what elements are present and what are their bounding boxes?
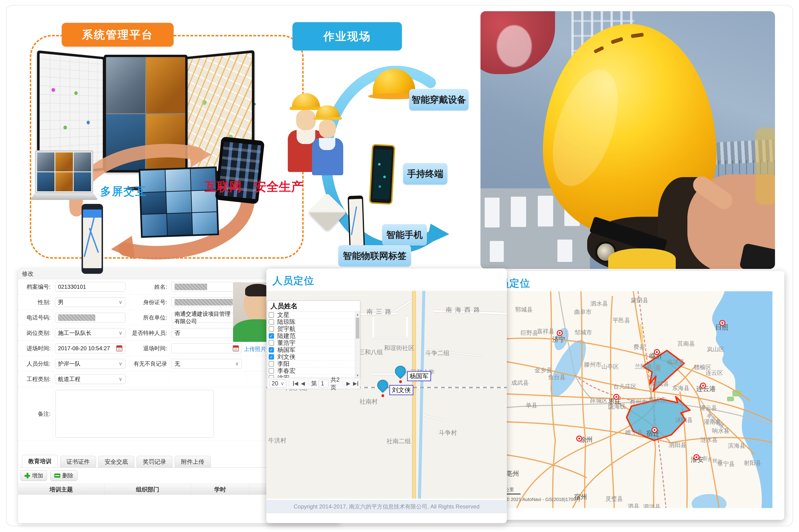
- masked-input[interactable]: [171, 282, 242, 292]
- city-label-费县: 费县: [633, 343, 645, 351]
- person-row-董浩宇[interactable]: 董浩宇: [267, 340, 360, 346]
- select-是否特种人员:[interactable]: 否∨: [171, 328, 242, 338]
- city-label-郓城县: 郓城县: [515, 306, 533, 314]
- select-岗位类别:[interactable]: 施工一队队长∨: [55, 328, 125, 338]
- field-label: 是否特种人员:: [130, 325, 170, 340]
- person-row-李阳[interactable]: 李阳: [267, 361, 360, 367]
- add-button[interactable]: 增加: [20, 470, 47, 481]
- safety-production-label: 安全生产: [254, 178, 303, 195]
- list-scrollbar[interactable]: ▲ ▼: [355, 311, 360, 378]
- city-label-成武县: 成武县: [511, 379, 529, 386]
- checkbox-unchecked[interactable]: [269, 326, 274, 331]
- map-attribution: © 2021 AutoNavi - GS(2018)1709号: [506, 496, 581, 502]
- system-diagram: 系统管理平台 作业现场 多屏交互: [18, 9, 486, 269]
- tab-奖罚记录[interactable]: 奖罚记录: [136, 456, 172, 468]
- city-label-山亭区: 山亭区: [602, 363, 619, 370]
- remark-textarea[interactable]: [55, 390, 214, 438]
- scroll-up-icon[interactable]: ▲: [355, 312, 360, 316]
- person-row-杨国军[interactable]: ✓杨国军: [267, 346, 360, 354]
- checkbox-checked[interactable]: ✓: [269, 354, 274, 360]
- delete-button[interactable]: 删除: [50, 470, 77, 481]
- checkbox-unchecked[interactable]: [269, 312, 274, 318]
- tab-证书证件[interactable]: 证书证件: [60, 456, 96, 468]
- city-marker: [654, 349, 660, 355]
- col-header-学时: 学时: [191, 484, 249, 495]
- date-input[interactable]: [171, 343, 242, 353]
- device-label-3: 智能物联网标签: [338, 245, 411, 267]
- workers-icon: [290, 93, 339, 184]
- person-row-陆琼陈[interactable]: 陆琼陈: [267, 319, 360, 325]
- field-label: 退场时间:: [130, 341, 170, 356]
- city-label-鱼台县: 鱼台县: [548, 373, 566, 381]
- select-人员分组:[interactable]: 护岸一队∨: [55, 359, 125, 369]
- device-label-2: 智能手机: [382, 224, 427, 246]
- city-label-滕州市: 滕州市: [584, 361, 602, 368]
- checkbox-unchecked[interactable]: [269, 340, 274, 346]
- pin-label-刘文侠[interactable]: 刘文侠: [389, 385, 413, 395]
- map-label-三和八组: 三和八组: [359, 348, 383, 356]
- date-input[interactable]: 2017-08-20 10:54:27: [55, 343, 125, 353]
- phone-with-map: [81, 204, 103, 274]
- person-row-文星[interactable]: 文星: [267, 311, 360, 319]
- photo-blur-object: [756, 128, 775, 205]
- city-label-台儿庄区: 台儿庄区: [613, 383, 636, 390]
- select-所在单位:[interactable]: 南通交通建设项目管理有限公司∨: [171, 313, 242, 323]
- internet-label: 互联网: [205, 178, 242, 195]
- scroll-thumb[interactable]: [356, 318, 359, 339]
- city-label-平邑县: 平邑县: [613, 317, 630, 324]
- last-page-button[interactable]: ▶: [351, 381, 360, 386]
- checkbox-unchecked[interactable]: [269, 375, 274, 378]
- tab-附件上传[interactable]: 附件上传: [175, 456, 211, 468]
- city-label-连云区: 连云区: [706, 369, 723, 377]
- map-label-社南二组: 社南二组: [386, 437, 411, 445]
- tab-安全交底[interactable]: 安全交底: [98, 456, 134, 468]
- video-feed: [146, 57, 185, 113]
- city-label-邳州市: 邳州市: [630, 398, 647, 406]
- field-label: 电话号码:: [18, 310, 53, 325]
- person-row-沈宏[interactable]: 沈宏: [267, 375, 360, 378]
- masked-input[interactable]: [55, 313, 125, 323]
- checkbox-unchecked[interactable]: [269, 368, 274, 374]
- checkbox-unchecked[interactable]: [269, 319, 274, 325]
- city-marker: [576, 436, 582, 442]
- pin-label-杨国军[interactable]: 杨国军: [407, 371, 431, 381]
- map-label-南海西路: 南海西路: [446, 306, 483, 314]
- prev-page-button[interactable]: ◀: [300, 381, 306, 386]
- laptop: [35, 150, 98, 200]
- checkbox-unchecked[interactable]: [269, 361, 274, 366]
- person-row-陆建范[interactable]: ✓陆建范: [267, 332, 360, 340]
- text-input[interactable]: 021330101: [55, 282, 125, 292]
- city-marker: [613, 394, 619, 400]
- device-label-0: 智能穿戴设备: [409, 89, 469, 111]
- city-label-曲阜市: 曲阜市: [574, 308, 592, 316]
- city-label-兰陵县: 兰陵县: [635, 363, 652, 370]
- field-label: 人员分组:: [18, 356, 53, 371]
- map-label-社南村: 社南村: [360, 398, 378, 406]
- person-row-贺宇航[interactable]: 贺宇航: [267, 325, 360, 332]
- select-工程类别:[interactable]: 航道工程∨: [55, 374, 125, 384]
- photo-highlight: [497, 25, 532, 67]
- masked-input[interactable]: [171, 297, 242, 307]
- select-有无不良记录[interactable]: 无∨: [171, 359, 242, 369]
- person-row-刘文侠[interactable]: ✓刘文侠: [267, 354, 360, 361]
- next-page-button[interactable]: ▶: [345, 381, 351, 386]
- upload-photo-link[interactable]: 上传照片: [244, 345, 266, 353]
- region-map[interactable]: 郓城县泗水县曲阜市蒙阴县莒南县岚山区日照平邑县费县临沂临沭县兰陵县郯城县嘉祥县巨…: [503, 291, 773, 508]
- scroll-down-icon[interactable]: ▼: [355, 374, 360, 377]
- checkbox-checked[interactable]: ✓: [269, 347, 274, 353]
- tab-教育培训[interactable]: 教育培训: [22, 455, 58, 468]
- field-label: 所在单位:: [130, 310, 170, 325]
- page-size-select[interactable]: 20∨: [270, 380, 286, 387]
- select-性别:[interactable]: 男∨: [55, 297, 125, 307]
- checkbox-checked[interactable]: ✓: [269, 333, 274, 339]
- smartphone-icon: [348, 195, 365, 251]
- col-header-培训主题: 培训主题: [18, 484, 104, 495]
- page-number-input[interactable]: 1: [319, 380, 328, 387]
- minus-icon: [54, 474, 60, 478]
- first-page-button[interactable]: ◀: [291, 381, 300, 386]
- field-label: 进场时间:: [18, 341, 53, 356]
- mid-panel-title: 人员定位: [272, 274, 314, 288]
- diagram-left-header: 系统管理平台: [62, 23, 174, 46]
- field-label: 身份证号:: [130, 294, 170, 310]
- person-row-李春宏[interactable]: 李春宏: [267, 367, 360, 375]
